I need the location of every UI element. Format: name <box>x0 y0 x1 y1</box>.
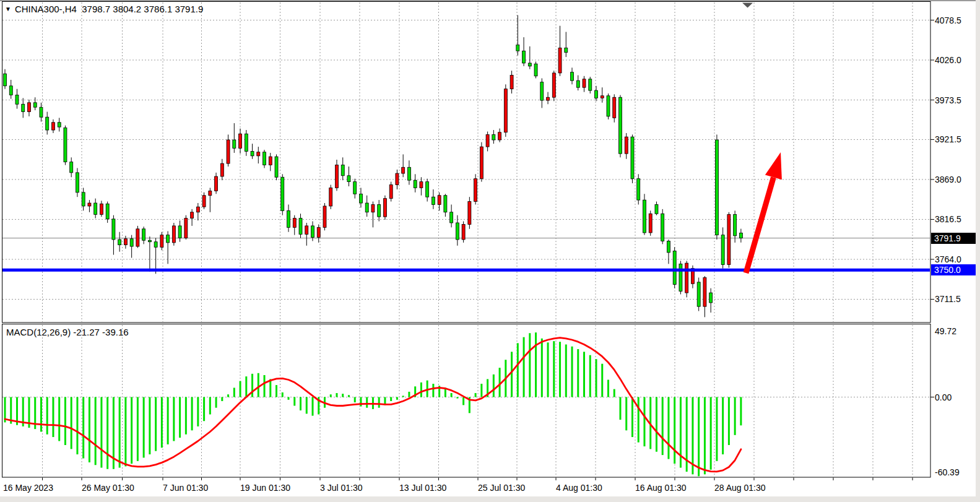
candle-body <box>576 80 579 87</box>
macd-bar <box>240 381 241 397</box>
candle-body <box>420 182 423 188</box>
macd-bar <box>710 397 712 470</box>
candle-body <box>371 204 375 212</box>
macd-bar <box>82 397 84 459</box>
candle-body <box>383 199 386 217</box>
macd-bar <box>155 397 157 451</box>
macd-bar <box>100 397 102 468</box>
macd-bar <box>191 397 193 431</box>
candle-body <box>486 134 489 147</box>
price-axis-label: 3869.0 <box>935 175 978 184</box>
time-axis-label: 28 Aug 01:30 <box>714 482 766 493</box>
chart-title-text: CHINA300-,H4 3798.7 3804.2 3786.1 3791.9 <box>15 4 203 14</box>
candle-body <box>184 219 188 238</box>
candle-body <box>697 282 700 306</box>
candle-body <box>341 165 344 176</box>
candle-body <box>637 179 640 200</box>
time-axis-label: 13 Jul 01:30 <box>399 482 446 493</box>
macd-bar <box>692 397 693 475</box>
macd-bar <box>251 374 253 397</box>
price-axis-label: 4026.0 <box>935 55 978 65</box>
macd-bar <box>740 397 742 426</box>
time-axis-label: 26 May 01:30 <box>82 482 134 493</box>
macd-axis-label: 49.72 <box>935 326 978 336</box>
candle-body <box>649 214 652 233</box>
candle-body <box>94 203 97 214</box>
macd-bar <box>106 397 108 469</box>
candle-body <box>571 72 574 81</box>
window-right-edge <box>976 0 980 502</box>
candle-body <box>281 177 284 210</box>
macd-bar <box>596 359 597 397</box>
candle-body <box>595 90 598 98</box>
candle-body <box>148 240 151 241</box>
candle-body <box>558 48 562 73</box>
macd-bar <box>631 397 633 438</box>
candle-body <box>396 173 399 184</box>
chart-title: ▼CHINA300-,H4 3798.7 3804.2 3786.1 3791.… <box>5 4 203 14</box>
macd-bar <box>625 397 627 431</box>
time-axis-label: 25 Jul 01:30 <box>478 482 525 493</box>
macd-bar <box>638 397 640 443</box>
macd-bar <box>451 393 453 397</box>
candle-body <box>172 226 175 243</box>
candle-body <box>251 151 254 155</box>
macd-bar <box>559 342 561 397</box>
chart-canvas[interactable] <box>0 0 980 502</box>
candle-body <box>9 86 12 95</box>
candle-body <box>540 82 544 100</box>
candle-body <box>643 200 646 233</box>
candle-body <box>721 235 724 265</box>
macd-indicator-label: MACD(12,26,9) -21.27 -39.16 <box>6 327 129 337</box>
macd-pane-border <box>2 324 931 478</box>
candle-body <box>4 74 7 86</box>
time-axis-label: 19 Jun 01:30 <box>240 482 290 493</box>
candle-body <box>528 63 531 66</box>
macd-bar <box>76 397 78 455</box>
candlestick-series <box>4 15 743 318</box>
price-axis-label: 4078.5 <box>935 15 978 25</box>
candle-body <box>124 239 127 245</box>
candle-body <box>178 226 181 238</box>
macd-bar <box>667 397 669 459</box>
macd-bar <box>167 397 169 444</box>
macd-bar <box>523 337 525 397</box>
candle-body <box>359 194 362 203</box>
macd-bar <box>601 364 603 397</box>
candle-body <box>100 204 103 214</box>
candle-body <box>27 103 30 112</box>
macd-bar <box>456 397 458 399</box>
macd-bar <box>282 392 284 397</box>
symbol-dropdown-icon[interactable]: ▼ <box>5 6 11 12</box>
candle-body <box>631 137 634 179</box>
candle-body <box>389 185 392 199</box>
macd-bar <box>311 397 313 416</box>
candle-body <box>625 137 628 154</box>
macd-bar <box>179 397 181 438</box>
macd-bar <box>342 394 344 397</box>
candle-body <box>311 226 314 237</box>
macd-bar <box>58 397 60 441</box>
candle-body <box>734 214 737 235</box>
candle-body <box>202 196 206 207</box>
candle-body <box>552 73 555 97</box>
candle-body <box>534 64 537 76</box>
candle-body <box>191 212 194 219</box>
macd-bar <box>607 380 609 397</box>
macd-bar <box>275 385 277 397</box>
price-axis-label: 3816.5 <box>935 214 978 224</box>
candle-body <box>739 233 742 238</box>
macd-bar <box>95 397 97 465</box>
candle-body <box>462 224 465 240</box>
time-axis-label: 16 May 2023 <box>3 482 53 493</box>
macd-bar <box>475 393 477 397</box>
macd-bar <box>577 349 579 397</box>
current-price-badge: 3791.9 <box>931 233 977 244</box>
macd-bar <box>143 397 145 458</box>
macd-bar <box>366 397 368 408</box>
macd-bar <box>698 397 700 477</box>
macd-bar <box>517 343 519 397</box>
candle-body <box>450 212 453 223</box>
trend-arrow-annotation[interactable] <box>746 152 782 273</box>
macd-bar <box>619 397 621 420</box>
